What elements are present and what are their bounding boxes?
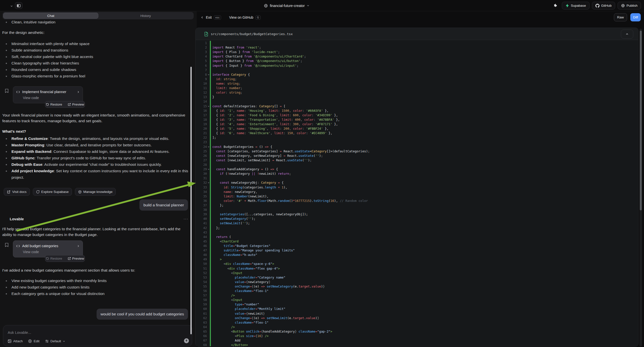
fold-chevron-icon[interactable] xyxy=(208,105,210,107)
code-line: 13} xyxy=(196,95,638,100)
github-icon xyxy=(596,4,600,8)
line-number: 23 xyxy=(196,140,207,144)
message-menu-button[interactable]: ··· xyxy=(184,217,188,221)
line-number: 26 xyxy=(196,154,207,158)
fold-chevron-icon[interactable] xyxy=(208,168,210,170)
attach-button[interactable]: Attach xyxy=(8,339,23,343)
project-name: financial-future-creator xyxy=(270,4,305,8)
settings-gear-button[interactable] xyxy=(552,2,559,10)
line-number: 25 xyxy=(196,149,207,154)
view-code-link[interactable]: View code xyxy=(23,250,83,254)
user-message-bubble: would be cool if you could add budget ca… xyxy=(96,309,188,320)
line-number: 59 xyxy=(196,302,207,307)
line-number: 35 xyxy=(196,194,207,199)
line-number: 5 xyxy=(196,59,207,63)
code-line: 31 xyxy=(196,176,638,181)
chat-bullet-intro: Clean, intuitive navigation xyxy=(2,19,189,26)
tab-history[interactable]: History xyxy=(98,13,193,19)
restore-button[interactable]: Restore xyxy=(46,257,62,260)
supabase-button[interactable]: Supabase xyxy=(562,2,590,10)
code-toolbar: Exit esc View on GitHub G Raw Diff xyxy=(197,11,644,24)
line-number: 53 xyxy=(196,275,207,280)
line-number: 20 xyxy=(196,126,207,131)
fold-chevron-icon[interactable] xyxy=(208,146,210,148)
globe-icon xyxy=(264,4,268,8)
file-header[interactable]: src/components/budget/BudgetCategories.t… xyxy=(196,28,638,40)
line-number: 50 xyxy=(196,262,207,266)
view-on-github-button[interactable]: View on GitHub xyxy=(229,16,253,20)
mode-selector[interactable]: Default xyxy=(45,339,66,343)
diff-added-bar xyxy=(210,226,211,230)
line-number: 46 xyxy=(196,244,207,248)
send-button[interactable] xyxy=(184,338,189,343)
file-path: src/components/budget/BudgetCategories.t… xyxy=(211,28,293,40)
line-number: 29 xyxy=(196,167,207,172)
bookmark-icon[interactable] xyxy=(5,88,9,93)
preview-button[interactable]: Preview xyxy=(68,102,84,106)
github-button[interactable]: GitHub xyxy=(592,2,615,10)
diff-added-bar xyxy=(210,271,211,275)
diff-added-bar xyxy=(210,253,211,257)
publish-globe-icon xyxy=(621,4,625,8)
bookmark-icon[interactable] xyxy=(5,242,9,248)
code-line: 46 title="Budget Categories" xyxy=(196,244,638,248)
code-line: 45 <ChartCard xyxy=(196,239,638,244)
preview-button[interactable]: Preview xyxy=(68,257,84,260)
line-number: 24 xyxy=(196,144,207,149)
ready-text: Your sleek financial planner is now read… xyxy=(2,112,189,124)
version-card-add-budget[interactable]: Add budget categories View code xyxy=(13,240,83,258)
raw-button[interactable]: Raw xyxy=(614,13,627,22)
line-number: 22 xyxy=(196,136,207,140)
code-line: 60 placeholder="Monthly limit" xyxy=(196,307,638,312)
code-line: 1 xyxy=(196,41,638,46)
version-card-implement[interactable]: Implement financial planner View code xyxy=(13,86,83,103)
image-icon xyxy=(8,339,12,343)
publish-button[interactable]: Publish xyxy=(618,2,641,10)
code-line: 65 <Button onClick={handleAddCategory} c… xyxy=(196,329,638,334)
design-bullets: Minimalist interface with plenty of whit… xyxy=(2,40,189,80)
chat-input[interactable]: Ask Lovable... Attach Edit Default xyxy=(3,325,192,346)
code-line: 26 const [newCategory, setNewCategory] =… xyxy=(196,154,638,158)
project-selector[interactable]: financial-future-creator xyxy=(264,0,310,11)
code-line: 61 value={newLimit} xyxy=(196,312,638,316)
line-number: 60 xyxy=(196,307,207,311)
diff-added-bar xyxy=(210,95,211,99)
line-number: 32 xyxy=(196,180,207,185)
code-line: 15const defaultCategories: Category[] = … xyxy=(196,104,638,109)
code-line: 30 if (!newCategory || !newLimit) return… xyxy=(196,172,638,176)
edit-button[interactable]: Edit xyxy=(28,339,39,343)
lovable-logo-icon[interactable] xyxy=(4,3,9,8)
design-heading: For the design aesthetic: xyxy=(2,30,189,35)
explore-supabase-button[interactable]: Explore Supabase xyxy=(33,188,72,196)
sidebar-toggle-button[interactable] xyxy=(15,2,22,9)
line-number: 41 xyxy=(196,221,207,226)
view-code-link[interactable]: View code xyxy=(23,96,83,100)
fold-chevron-icon[interactable] xyxy=(208,74,210,76)
code-line: 29 const handleAddCategory = () => { xyxy=(196,167,638,172)
code-line: 35 limit: Number(newLimit), xyxy=(196,194,638,199)
diff-added-bar xyxy=(210,212,211,216)
external-icon xyxy=(68,257,71,260)
collapse-button[interactable] xyxy=(621,30,633,38)
code-line: 49 > xyxy=(196,257,638,262)
code-line: 64 /> xyxy=(196,325,638,330)
code-line: 50 <div className="space-y-6"> xyxy=(196,262,638,266)
code-line: 68 </Button> xyxy=(196,343,638,346)
code-line: 57 /> xyxy=(196,293,638,298)
line-number: 39 xyxy=(196,212,207,216)
bullet-item: GitHub Sync: Transfer your project's cod… xyxy=(2,155,189,161)
chevron-down-icon[interactable] xyxy=(10,5,13,8)
fold-chevron-icon[interactable] xyxy=(208,182,210,184)
restore-button[interactable]: Restore xyxy=(46,102,62,106)
code-scrollbar[interactable] xyxy=(640,29,642,346)
chat-scrollbar[interactable] xyxy=(190,67,192,334)
manage-knowledge-button[interactable]: Manage knowledge xyxy=(75,188,116,196)
diff-button[interactable]: Diff xyxy=(630,13,641,22)
diff-added-bar xyxy=(210,185,211,190)
line-number: 3 xyxy=(196,50,207,54)
external-icon xyxy=(68,103,71,106)
diff-added-bar xyxy=(210,334,211,338)
tab-chat[interactable]: Chat xyxy=(3,13,98,19)
visit-docs-button[interactable]: Visit docs xyxy=(4,188,30,196)
exit-button[interactable]: Exit xyxy=(206,16,212,20)
